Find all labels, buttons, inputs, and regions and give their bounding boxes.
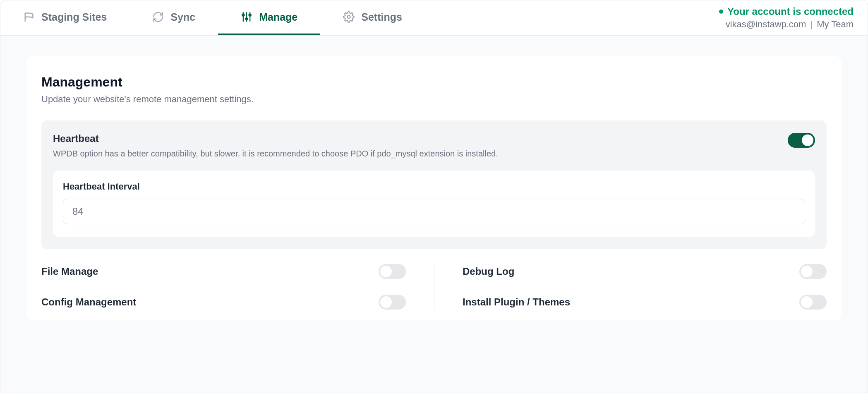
tab-staging-sites[interactable]: Staging Sites — [0, 0, 129, 35]
tab-settings[interactable]: Settings — [320, 0, 425, 35]
tab-manage[interactable]: Manage — [218, 0, 320, 35]
toggle-knob — [801, 266, 813, 277]
option-label: Debug Log — [463, 266, 514, 277]
flag-icon — [23, 11, 35, 23]
options-grid: File Manage Config Management D — [41, 264, 827, 310]
app-frame: Staging Sites Sync — [0, 0, 868, 394]
options-col-left: File Manage Config Management — [41, 264, 434, 310]
option-config-management: Config Management — [41, 295, 406, 310]
tab-label: Sync — [170, 11, 195, 23]
option-debug-log: Debug Log — [463, 264, 827, 279]
option-label: Config Management — [41, 296, 136, 308]
toggle-knob — [802, 135, 813, 146]
svg-point-6 — [348, 16, 350, 19]
svg-point-4 — [246, 18, 248, 20]
refresh-icon — [152, 11, 164, 23]
account-team: My Team — [817, 18, 854, 31]
heartbeat-toggle[interactable] — [788, 133, 815, 148]
page-title: Management — [41, 74, 827, 90]
account-email: vikas@instawp.com — [726, 18, 806, 31]
heartbeat-interval-label: Heartbeat Interval — [63, 181, 805, 192]
separator: | — [810, 18, 813, 31]
tab-label: Staging Sites — [41, 11, 107, 23]
file-manage-toggle[interactable] — [379, 264, 406, 279]
top-nav: Staging Sites Sync — [0, 0, 868, 36]
account-subline: vikas@instawp.com | My Team — [726, 18, 854, 31]
page-body: Management Update your website's remote … — [0, 36, 868, 394]
account-status-text: Your account is connected — [727, 5, 854, 18]
nav-spacer — [425, 0, 719, 35]
option-label: File Manage — [41, 266, 98, 277]
account-status-box: Your account is connected vikas@instawp.… — [719, 0, 859, 35]
page-subtitle: Update your website's remote management … — [41, 94, 827, 105]
management-panel: Management Update your website's remote … — [26, 56, 842, 320]
heartbeat-card-head: Heartbeat WPDB option has a better compa… — [53, 133, 815, 160]
svg-point-3 — [242, 14, 244, 16]
svg-point-5 — [249, 14, 251, 16]
tab-sync[interactable]: Sync — [129, 0, 218, 35]
toggle-knob — [380, 266, 392, 277]
heartbeat-card: Heartbeat WPDB option has a better compa… — [41, 120, 827, 249]
gear-icon — [343, 11, 355, 23]
toggle-knob — [380, 296, 392, 308]
account-connected-status: Your account is connected — [719, 5, 854, 18]
option-label: Install Plugin / Themes — [463, 296, 570, 308]
install-plugin-toggle[interactable] — [799, 295, 827, 310]
heartbeat-interval-input[interactable] — [63, 199, 805, 224]
status-dot-icon — [719, 10, 723, 14]
tab-label: Settings — [361, 11, 402, 23]
heartbeat-title: Heartbeat — [53, 133, 775, 144]
config-management-toggle[interactable] — [379, 295, 406, 310]
heartbeat-interval-card: Heartbeat Interval — [53, 171, 815, 237]
sliders-icon — [241, 11, 252, 23]
debug-log-toggle[interactable] — [799, 264, 827, 279]
heartbeat-description: WPDB option has a better compatibility, … — [53, 148, 775, 160]
toggle-knob — [801, 296, 813, 308]
options-col-right: Debug Log Install Plugin / Themes — [434, 264, 827, 310]
heartbeat-titles: Heartbeat WPDB option has a better compa… — [53, 133, 775, 160]
tab-strip: Staging Sites Sync — [0, 0, 425, 35]
option-file-manage: File Manage — [41, 264, 406, 279]
option-install-plugin-themes: Install Plugin / Themes — [463, 295, 827, 310]
tab-label: Manage — [259, 11, 297, 23]
